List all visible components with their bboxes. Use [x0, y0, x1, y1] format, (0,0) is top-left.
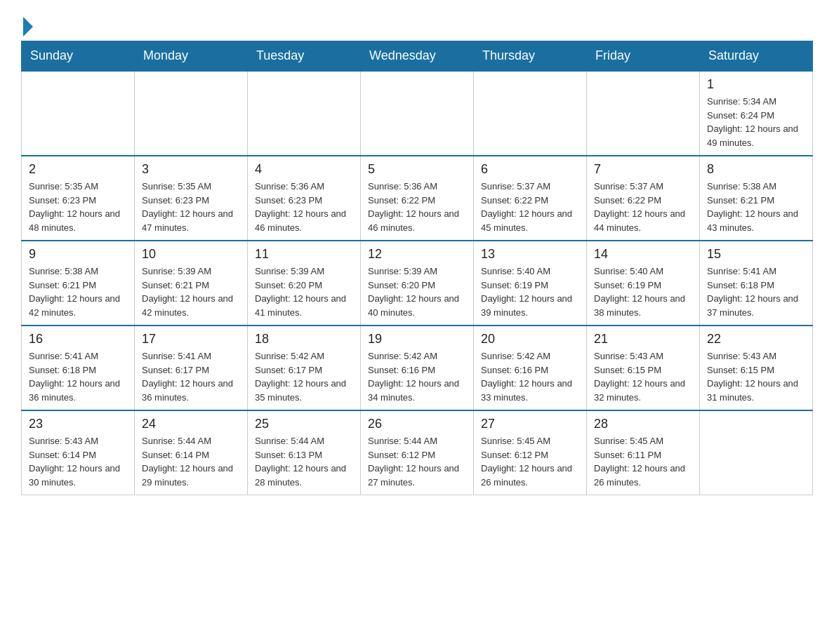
day-info: Sunrise: 5:41 AMSunset: 6:17 PMDaylight:… [142, 349, 240, 404]
day-number: 20 [481, 332, 579, 347]
calendar-cell: 8Sunrise: 5:38 AMSunset: 6:21 PMDaylight… [700, 156, 813, 241]
day-number: 4 [255, 162, 353, 177]
day-info: Sunrise: 5:42 AMSunset: 6:17 PMDaylight:… [255, 349, 353, 404]
calendar-header-tuesday: Tuesday [248, 41, 361, 72]
calendar-cell: 27Sunrise: 5:45 AMSunset: 6:12 PMDayligh… [474, 410, 587, 495]
day-number: 11 [255, 247, 353, 262]
day-info: Sunrise: 5:37 AMSunset: 6:22 PMDaylight:… [481, 180, 579, 234]
day-number: 15 [707, 247, 805, 262]
calendar-cell: 16Sunrise: 5:41 AMSunset: 6:18 PMDayligh… [22, 326, 135, 410]
calendar-cell [22, 71, 135, 156]
calendar-cell: 9Sunrise: 5:38 AMSunset: 6:21 PMDaylight… [22, 241, 135, 326]
calendar-cell: 22Sunrise: 5:43 AMSunset: 6:15 PMDayligh… [700, 326, 813, 410]
day-number: 6 [481, 162, 579, 177]
day-info: Sunrise: 5:41 AMSunset: 6:18 PMDaylight:… [29, 349, 127, 404]
day-info: Sunrise: 5:38 AMSunset: 6:21 PMDaylight:… [707, 180, 805, 234]
calendar-cell: 2Sunrise: 5:35 AMSunset: 6:23 PMDaylight… [22, 156, 135, 241]
day-number: 19 [368, 332, 466, 347]
day-info: Sunrise: 5:39 AMSunset: 6:20 PMDaylight:… [368, 264, 466, 319]
day-info: Sunrise: 5:36 AMSunset: 6:23 PMDaylight:… [255, 180, 353, 234]
day-number: 1 [707, 77, 805, 92]
day-info: Sunrise: 5:39 AMSunset: 6:20 PMDaylight:… [255, 264, 353, 319]
calendar-header-friday: Friday [587, 41, 700, 72]
day-info: Sunrise: 5:41 AMSunset: 6:18 PMDaylight:… [707, 264, 805, 319]
logo [21, 14, 33, 34]
day-number: 12 [368, 247, 466, 262]
day-number: 21 [594, 332, 692, 347]
day-info: Sunrise: 5:39 AMSunset: 6:21 PMDaylight:… [142, 264, 240, 319]
calendar-cell: 19Sunrise: 5:42 AMSunset: 6:16 PMDayligh… [361, 326, 474, 410]
day-number: 27 [481, 417, 579, 431]
day-info: Sunrise: 5:42 AMSunset: 6:16 PMDaylight:… [368, 349, 466, 404]
day-number: 14 [594, 247, 692, 262]
calendar-week-row: 1Sunrise: 5:34 AMSunset: 6:24 PMDaylight… [22, 71, 813, 156]
calendar-cell: 17Sunrise: 5:41 AMSunset: 6:17 PMDayligh… [135, 326, 248, 410]
calendar-cell [361, 71, 474, 156]
calendar-cell: 7Sunrise: 5:37 AMSunset: 6:22 PMDaylight… [587, 156, 700, 241]
calendar-cell: 1Sunrise: 5:34 AMSunset: 6:24 PMDaylight… [700, 71, 813, 156]
calendar-cell: 24Sunrise: 5:44 AMSunset: 6:14 PMDayligh… [135, 410, 248, 495]
calendar-header-row: SundayMondayTuesdayWednesdayThursdayFrid… [22, 41, 813, 72]
day-info: Sunrise: 5:34 AMSunset: 6:24 PMDaylight:… [707, 95, 805, 149]
logo-arrow-icon [23, 17, 33, 36]
calendar-cell: 10Sunrise: 5:39 AMSunset: 6:21 PMDayligh… [135, 241, 248, 326]
day-number: 22 [707, 332, 805, 347]
day-info: Sunrise: 5:44 AMSunset: 6:13 PMDaylight:… [255, 434, 353, 489]
day-number: 10 [142, 247, 240, 262]
day-info: Sunrise: 5:36 AMSunset: 6:22 PMDaylight:… [368, 180, 466, 234]
day-info: Sunrise: 5:38 AMSunset: 6:21 PMDaylight:… [29, 264, 127, 319]
calendar-cell [700, 410, 813, 495]
day-number: 2 [29, 162, 127, 177]
day-info: Sunrise: 5:37 AMSunset: 6:22 PMDaylight:… [594, 180, 692, 234]
calendar-cell: 14Sunrise: 5:40 AMSunset: 6:19 PMDayligh… [587, 241, 700, 326]
day-number: 28 [594, 417, 692, 431]
day-info: Sunrise: 5:45 AMSunset: 6:12 PMDaylight:… [481, 434, 579, 489]
calendar-week-row: 16Sunrise: 5:41 AMSunset: 6:18 PMDayligh… [22, 326, 813, 410]
day-number: 5 [368, 162, 466, 177]
calendar-header-wednesday: Wednesday [361, 41, 474, 72]
day-info: Sunrise: 5:35 AMSunset: 6:23 PMDaylight:… [142, 180, 240, 234]
day-number: 8 [707, 162, 805, 177]
day-info: Sunrise: 5:40 AMSunset: 6:19 PMDaylight:… [481, 264, 579, 319]
day-number: 18 [255, 332, 353, 347]
day-info: Sunrise: 5:40 AMSunset: 6:19 PMDaylight:… [594, 264, 692, 319]
calendar-cell: 3Sunrise: 5:35 AMSunset: 6:23 PMDaylight… [135, 156, 248, 241]
day-number: 7 [594, 162, 692, 177]
day-number: 17 [142, 332, 240, 347]
calendar-cell [135, 71, 248, 156]
day-info: Sunrise: 5:43 AMSunset: 6:15 PMDaylight:… [707, 349, 805, 404]
calendar-cell [587, 71, 700, 156]
day-number: 13 [481, 247, 579, 262]
day-number: 24 [142, 417, 240, 431]
calendar-cell: 25Sunrise: 5:44 AMSunset: 6:13 PMDayligh… [248, 410, 361, 495]
page-header [21, 14, 813, 34]
calendar-header-saturday: Saturday [700, 41, 813, 72]
day-number: 23 [29, 417, 127, 431]
calendar-cell: 26Sunrise: 5:44 AMSunset: 6:12 PMDayligh… [361, 410, 474, 495]
calendar-cell: 12Sunrise: 5:39 AMSunset: 6:20 PMDayligh… [361, 241, 474, 326]
calendar-cell: 15Sunrise: 5:41 AMSunset: 6:18 PMDayligh… [700, 241, 813, 326]
day-info: Sunrise: 5:43 AMSunset: 6:15 PMDaylight:… [594, 349, 692, 404]
calendar-cell: 13Sunrise: 5:40 AMSunset: 6:19 PMDayligh… [474, 241, 587, 326]
day-info: Sunrise: 5:42 AMSunset: 6:16 PMDaylight:… [481, 349, 579, 404]
calendar-cell: 23Sunrise: 5:43 AMSunset: 6:14 PMDayligh… [22, 410, 135, 495]
day-info: Sunrise: 5:44 AMSunset: 6:14 PMDaylight:… [142, 434, 240, 489]
calendar-cell: 18Sunrise: 5:42 AMSunset: 6:17 PMDayligh… [248, 326, 361, 410]
day-number: 9 [29, 247, 127, 262]
calendar-table: SundayMondayTuesdayWednesdayThursdayFrid… [21, 41, 813, 495]
calendar-week-row: 2Sunrise: 5:35 AMSunset: 6:23 PMDaylight… [22, 156, 813, 241]
day-number: 26 [368, 417, 466, 431]
day-number: 16 [29, 332, 127, 347]
day-info: Sunrise: 5:43 AMSunset: 6:14 PMDaylight:… [29, 434, 127, 489]
calendar-week-row: 23Sunrise: 5:43 AMSunset: 6:14 PMDayligh… [22, 410, 813, 495]
calendar-cell [248, 71, 361, 156]
calendar-cell: 6Sunrise: 5:37 AMSunset: 6:22 PMDaylight… [474, 156, 587, 241]
day-info: Sunrise: 5:45 AMSunset: 6:11 PMDaylight:… [594, 434, 692, 489]
day-number: 25 [255, 417, 353, 431]
day-number: 3 [142, 162, 240, 177]
calendar-cell: 5Sunrise: 5:36 AMSunset: 6:22 PMDaylight… [361, 156, 474, 241]
calendar-cell [474, 71, 587, 156]
calendar-cell: 28Sunrise: 5:45 AMSunset: 6:11 PMDayligh… [587, 410, 700, 495]
calendar-header-monday: Monday [135, 41, 248, 72]
calendar-week-row: 9Sunrise: 5:38 AMSunset: 6:21 PMDaylight… [22, 241, 813, 326]
